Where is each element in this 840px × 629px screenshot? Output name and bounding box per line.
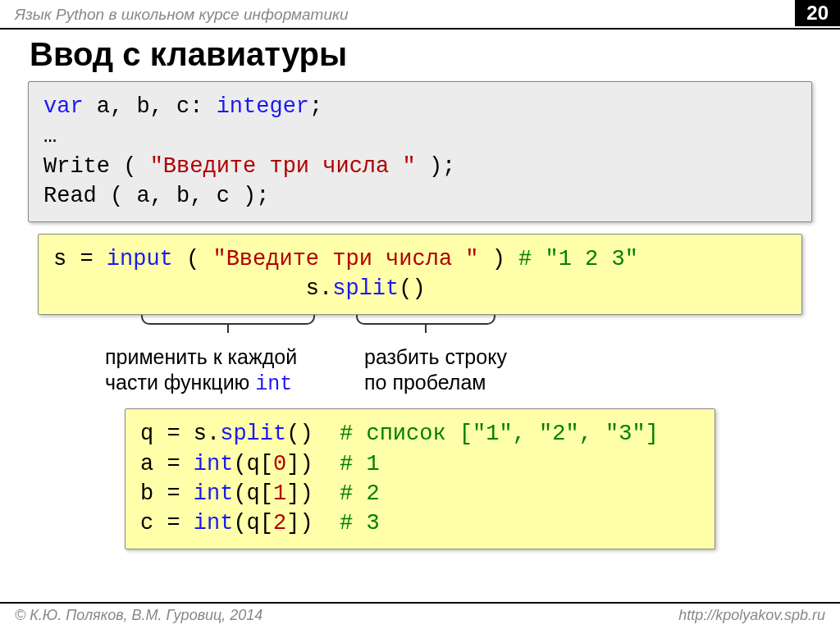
bottom-code-wrap: q = s.split() # список ["1", "2", "3"] a…: [0, 408, 840, 566]
annotation-text: разбить строку: [364, 344, 578, 370]
code-token: [53, 276, 306, 301]
footer-copyright: © К.Ю. Поляков, В.М. Гуровиц, 2014: [15, 607, 262, 624]
code-token: b =: [140, 481, 194, 506]
annotation-text: части функцию: [105, 371, 255, 394]
slide-header: Язык Python в школьном курсе информатики…: [0, 0, 840, 28]
annotation-text: по пробелам: [364, 370, 578, 395]
code-token: ;: [309, 94, 322, 119]
code-token: input: [107, 247, 173, 271]
code-token: # список ["1", "2", "3"]: [340, 422, 659, 446]
code-token: ]): [286, 481, 340, 506]
code-token: (): [399, 276, 425, 301]
code-token: integer: [217, 94, 309, 119]
brace-right: [356, 315, 495, 325]
code-token: int: [194, 452, 234, 476]
annotation-text: части функцию int: [105, 370, 351, 397]
python-input-block: s = input ( "Введите три числа " ) # "1 …: [38, 234, 802, 315]
brace-row: [0, 313, 840, 338]
code-token: s =: [53, 247, 107, 271]
footer-url: http://kpolyakov.spb.ru: [678, 607, 825, 624]
page-number: 20: [795, 0, 840, 26]
code-token: "Введите три числа ": [212, 247, 478, 271]
code-token: # 2: [340, 481, 380, 506]
code-token: (: [173, 247, 213, 271]
brace-left: [141, 315, 315, 325]
code-token: a, b, c:: [84, 94, 217, 119]
code-token: split: [220, 422, 286, 446]
code-token: q = s.: [140, 422, 220, 446]
code-token: s.: [306, 276, 332, 301]
annotation-text: применить к каждой: [105, 344, 351, 370]
code-token: );: [416, 154, 456, 179]
code-token: split: [332, 276, 399, 301]
code-token: ): [479, 247, 519, 271]
code-token: int: [194, 481, 234, 506]
annotation-right: разбить строку по пробелам: [364, 344, 578, 398]
code-token: Write (: [43, 154, 150, 179]
code-token: (q[: [233, 511, 273, 536]
int-keyword: int: [255, 372, 292, 396]
code-token: int: [194, 511, 234, 536]
annotation-row: применить к каждой части функцию int раз…: [0, 338, 840, 409]
code-token: …: [43, 124, 57, 148]
code-token: # "1 2 3": [518, 247, 638, 271]
code-token: # 3: [340, 511, 380, 536]
code-token: ]): [286, 452, 340, 476]
header-rule: [0, 28, 840, 30]
annotation-left: применить к каждой части функцию int: [105, 344, 351, 398]
code-token: (q[: [233, 481, 273, 506]
code-token: a =: [140, 452, 194, 476]
slide-title: Ввод с клавиатуры: [0, 31, 840, 81]
pascal-code-block: var a, b, c: integer; … Write ( "Введите…: [28, 81, 812, 222]
slide-footer: © К.Ю. Поляков, В.М. Гуровиц, 2014 http:…: [0, 602, 840, 629]
code-token: 0: [273, 452, 286, 476]
code-token: 1: [273, 481, 286, 506]
code-token: (): [286, 422, 340, 446]
code-token: # 1: [340, 452, 380, 476]
code-token: var: [43, 94, 84, 119]
code-token: ]): [286, 511, 340, 536]
code-token: "Введите три числа ": [150, 154, 416, 179]
code-token: (q[: [233, 452, 273, 476]
python-split-block: q = s.split() # список ["1", "2", "3"] a…: [125, 408, 715, 549]
header-subject: Язык Python в школьном курсе информатики: [15, 6, 349, 24]
code-token: Read ( a, b, c );: [43, 184, 269, 208]
code-token: c =: [140, 511, 194, 536]
code-token: 2: [273, 511, 286, 536]
